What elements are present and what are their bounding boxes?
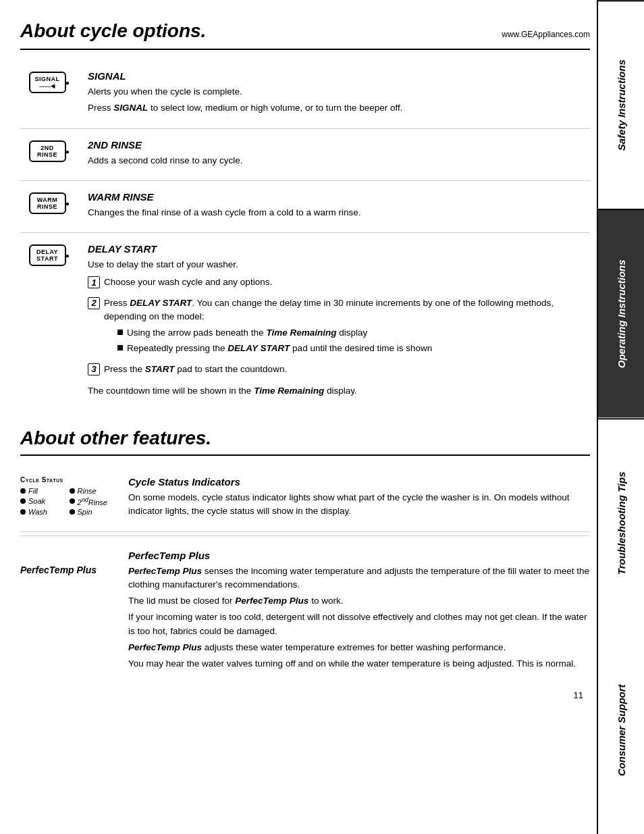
section-title-2: About other features. — [20, 427, 590, 449]
signal-para-2: Press SIGNAL to select low, medium or hi… — [88, 101, 590, 115]
cycle-label-rinse: Rinse — [78, 487, 97, 495]
sidebar-consumer-label: Consumer Support — [616, 684, 627, 776]
cycle-dot-soak — [20, 498, 26, 504]
perfectemp-block: PerfecTemp Plus PerfecTemp Plus PerfecTe… — [20, 540, 590, 684]
perfectemp-para-5: You may hear the water valves turning of… — [128, 657, 590, 671]
cycle-item-soak: Soak — [20, 496, 66, 506]
cycle-status-grid: Fill Rinse Soak 2ndRinse — [20, 487, 115, 516]
perfectemp-label: PerfecTemp Plus — [20, 550, 115, 575]
cycle-label-2rinse: 2ndRinse — [78, 496, 107, 506]
delay-start-steps: 1 Choose your wash cycle and any options… — [88, 276, 590, 379]
perfectemp-content: PerfecTemp Plus PerfecTemp Plus senses t… — [128, 550, 590, 674]
step-1: 1 Choose your wash cycle and any options… — [88, 276, 590, 292]
page-title: About cycle options. — [20, 20, 206, 42]
bullet-square-1 — [117, 330, 123, 335]
step-num-2: 2 — [88, 297, 100, 309]
warm-rinse-heading: WARM RINSE — [88, 191, 590, 203]
cycle-item-spin: Spin — [70, 508, 115, 516]
step-2: 2 Press DELAY START. You can change the … — [88, 296, 590, 359]
step-num-1: 1 — [88, 276, 100, 288]
cycle-label-spin: Spin — [78, 508, 92, 516]
perfectemp-para-4: PerfecTemp Plus adjusts these water temp… — [128, 641, 590, 654]
signal-icon-box: SIGNAL——◀ — [20, 70, 74, 93]
cycle-item-2rinse: 2ndRinse — [70, 496, 115, 506]
sidebar-operating-instructions[interactable]: Operating Instructions — [598, 209, 644, 417]
delay-start-section: DELAYSTART DELAY START Use to delay the … — [20, 233, 590, 411]
main-content: About cycle options. www.GEAppliances.co… — [0, 0, 597, 834]
perfectemp-heading: PerfecTemp Plus — [128, 550, 590, 561]
cycle-status-panel: Cycle Status Fill Rinse Soak — [20, 476, 115, 516]
page-header: About cycle options. www.GEAppliances.co… — [20, 20, 590, 42]
cycle-item-wash: Wash — [20, 508, 66, 516]
sidebar-operating-label: Operating Instructions — [616, 259, 627, 368]
delay-closing: The countdown time will be shown in the … — [88, 384, 590, 398]
step-3-text: Press the START pad to start the countdo… — [104, 363, 287, 376]
sidebar-safety-instructions[interactable]: Safety Instructions — [598, 0, 644, 209]
sidebar-troubleshooting-label: Troubleshooting Tips — [616, 471, 627, 575]
warm-rinse-para: Changes the final rinse of a wash cycle … — [88, 206, 590, 219]
page-number: 11 — [20, 690, 590, 700]
cycle-label-soak: Soak — [28, 497, 45, 505]
cycle-dot-wash — [20, 509, 26, 515]
delay-start-heading: DELAY START — [88, 243, 590, 255]
cycle-status-text: Cycle Status Indicators On some models, … — [128, 476, 590, 521]
cycle-dot-fill — [20, 488, 26, 494]
sidebar: Safety Instructions Operating Instructio… — [597, 0, 644, 834]
bullet-square-2 — [117, 345, 123, 350]
2nd-rinse-heading: 2ND RINSE — [88, 139, 590, 151]
step-3: 3 Press the START pad to start the count… — [88, 363, 590, 379]
cycle-label-wash: Wash — [28, 508, 47, 516]
2nd-rinse-icon-box: 2NDRINSE — [20, 139, 74, 162]
step-1-text: Choose your wash cycle and any options. — [104, 276, 272, 289]
perfectemp-para-1: PerfecTemp Plus senses the incoming wate… — [128, 565, 590, 592]
delay-start-text: DELAY START Use to delay the start of yo… — [88, 243, 590, 400]
sidebar-safety-label: Safety Instructions — [616, 59, 627, 151]
bullet-1-text: Using the arrow pads beneath the Time Re… — [127, 326, 367, 340]
page-wrapper: About cycle options. www.GEAppliances.co… — [0, 0, 644, 834]
perfectemp-divider — [20, 536, 590, 536]
delay-start-button-icon: DELAYSTART — [29, 244, 66, 266]
2nd-rinse-button-icon: 2NDRINSE — [29, 140, 66, 162]
signal-text: SIGNAL Alerts you when the cycle is comp… — [88, 70, 590, 118]
signal-section: SIGNAL——◀ SIGNAL Alerts you when the cyc… — [20, 60, 590, 129]
signal-heading: SIGNAL — [88, 70, 590, 82]
warm-rinse-text: WARM RINSE Changes the final rinse of a … — [88, 191, 590, 222]
delay-start-intro: Use to delay the start of your washer. — [88, 258, 590, 271]
cycle-status-block: Cycle Status Fill Rinse Soak — [20, 466, 590, 532]
cycle-dot-2rinse — [70, 498, 75, 504]
step-2-text: Press DELAY START. You can change the de… — [104, 296, 590, 324]
warm-rinse-icon-box: WARMRINSE — [20, 191, 74, 214]
perfectemp-para-2: The lid must be closed for PerfecTemp Pl… — [128, 594, 590, 608]
signal-button-icon: SIGNAL——◀ — [29, 72, 66, 93]
signal-para-1: Alerts you when the cycle is complete. — [88, 85, 590, 99]
website-url: www.GEAppliances.com — [502, 30, 590, 39]
warm-rinse-section: WARMRINSE WARM RINSE Changes the final r… — [20, 181, 590, 233]
header-divider — [20, 49, 590, 50]
perfectemp-para-3: If your incoming water is too cold, dete… — [128, 610, 590, 638]
cycle-dot-spin — [70, 509, 75, 515]
bullet-2-text: Repeatedly pressing the DELAY START pad … — [127, 342, 432, 355]
cycle-label-fill: Fill — [28, 487, 38, 495]
bullet-2: Repeatedly pressing the DELAY START pad … — [117, 342, 590, 355]
sidebar-troubleshooting-tips[interactable]: Troubleshooting Tips — [598, 418, 644, 627]
delay-start-icon-box: DELAYSTART — [20, 243, 74, 266]
cycle-status-heading: Cycle Status Indicators — [128, 476, 590, 488]
sidebar-consumer-support[interactable]: Consumer Support — [598, 627, 644, 834]
step-num-3: 3 — [88, 363, 100, 375]
cycle-dot-rinse — [70, 488, 75, 494]
cycle-item-rinse: Rinse — [70, 487, 115, 495]
2nd-rinse-text: 2ND RINSE Adds a second cold rinse to an… — [88, 139, 590, 170]
2nd-rinse-para: Adds a second cold rinse to any cycle. — [88, 154, 590, 167]
bullet-list: Using the arrow pads beneath the Time Re… — [117, 326, 590, 356]
bullet-1: Using the arrow pads beneath the Time Re… — [117, 326, 590, 340]
divider-thick — [20, 454, 590, 456]
warm-rinse-button-icon: WARMRINSE — [29, 192, 66, 214]
cycle-item-fill: Fill — [20, 487, 66, 495]
cycle-status-title: Cycle Status — [20, 476, 115, 484]
cycle-status-desc: On some models, cycle status indicator l… — [128, 491, 590, 519]
2nd-rinse-section: 2NDRINSE 2ND RINSE Adds a second cold ri… — [20, 129, 590, 181]
